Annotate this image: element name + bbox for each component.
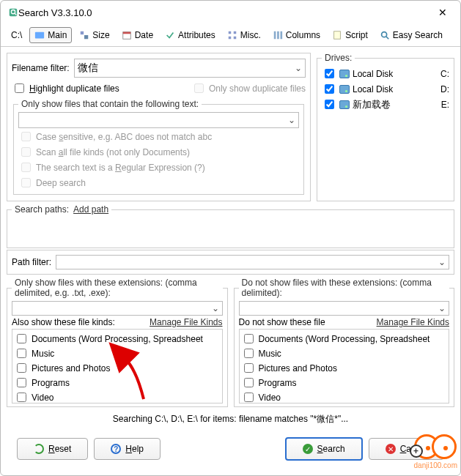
- close-button[interactable]: ✕: [432, 7, 453, 18]
- drive-item[interactable]: 新加载卷E:: [322, 97, 449, 112]
- search-paths-group: Search paths: Add path: [7, 204, 454, 248]
- path-filter-group: Path filter: ⌄: [7, 250, 454, 275]
- columns-icon: [273, 30, 283, 40]
- highlight-label[interactable]: Highlight duplicate files: [29, 83, 119, 94]
- paths-legend: Search paths: Add path: [12, 204, 111, 215]
- svg-line-17: [386, 37, 389, 40]
- regex-checkbox: [21, 163, 31, 172]
- list-item: Music: [14, 346, 221, 360]
- date-icon: [122, 30, 132, 40]
- tab-script[interactable]: Script: [328, 28, 372, 42]
- only-ext-input[interactable]: ⌄: [12, 301, 223, 316]
- disk-icon: [339, 100, 350, 109]
- tab-easy-search[interactable]: Easy Search: [375, 28, 447, 42]
- svg-rect-8: [229, 31, 232, 34]
- list-item: Documents (Word Processing, Spreadsheet: [14, 332, 221, 346]
- drives-group: Drives: Local DiskC: Local DiskD: 新加载卷E:: [317, 53, 454, 201]
- main-icon: [34, 30, 45, 40]
- add-path-link[interactable]: Add path: [73, 204, 108, 215]
- tab-attributes[interactable]: Attributes: [161, 28, 220, 42]
- svg-rect-4: [81, 31, 84, 34]
- svg-rect-15: [334, 31, 341, 40]
- path-filter-input[interactable]: ⌄: [56, 255, 449, 269]
- not-ext-legend: Do not show files with these extensions:…: [239, 278, 450, 298]
- drive-d-checkbox[interactable]: [325, 84, 334, 94]
- deep-search-checkbox: [21, 178, 31, 187]
- only-extensions-group: Only show files with these extensions: (…: [7, 278, 228, 407]
- script-icon: [332, 30, 342, 40]
- tab-bar: C:\ Main Size Date Attributes Misc. Colu…: [1, 24, 460, 47]
- disk-icon: [339, 85, 350, 94]
- tab-drive[interactable]: C:\: [7, 28, 26, 42]
- tab-columns[interactable]: Columns: [268, 28, 325, 42]
- drive-item[interactable]: Local DiskC:: [322, 66, 449, 81]
- tab-misc[interactable]: Misc.: [223, 28, 265, 42]
- tab-main[interactable]: Main: [29, 27, 72, 43]
- drive-c-checkbox[interactable]: [325, 69, 334, 78]
- manage-kinds-link[interactable]: Manage File Kinds: [377, 317, 449, 327]
- svg-rect-14: [280, 31, 282, 40]
- chevron-down-icon: ⌄: [295, 63, 302, 73]
- disk-icon: [339, 70, 350, 78]
- not-kinds-list[interactable]: Documents (Word Processing, Spreadsheet …: [239, 329, 450, 404]
- filename-label: Filename filter:: [12, 63, 70, 73]
- chevron-down-icon: ⌄: [288, 115, 295, 125]
- cancel-button[interactable]: ✕Cancel: [369, 438, 444, 460]
- svg-rect-3: [35, 32, 44, 39]
- svg-rect-13: [277, 31, 279, 40]
- svg-rect-5: [84, 35, 88, 39]
- filename-input[interactable]: 微信 ⌄: [74, 59, 306, 78]
- also-kinds-list[interactable]: Documents (Word Processing, Spreadsheet …: [12, 329, 223, 404]
- list-item: Pictures and Photos: [241, 361, 448, 375]
- search-button[interactable]: ✓Search: [285, 437, 363, 461]
- chevron-down-icon: ⌄: [438, 303, 446, 313]
- manage-kinds-link[interactable]: Manage File Kinds: [150, 317, 222, 327]
- drive-item[interactable]: Local DiskD:: [322, 81, 449, 97]
- list-item: Video: [14, 390, 221, 404]
- scan-all-checkbox: [21, 147, 31, 157]
- list-item: Video: [241, 390, 448, 404]
- help-button[interactable]: ?Help: [94, 438, 161, 460]
- only-ext-legend: Only show files with these extensions: (…: [12, 278, 223, 298]
- list-item: Music: [241, 346, 448, 360]
- path-filter-label: Path filter:: [12, 257, 51, 267]
- text-search-legend: Only show files that contain the followi…: [18, 99, 202, 109]
- close-icon: ✕: [386, 444, 396, 454]
- list-item: Pictures and Photos: [14, 361, 221, 375]
- not-ext-input[interactable]: ⌄: [239, 301, 450, 316]
- svg-rect-10: [229, 37, 232, 40]
- svg-rect-12: [274, 31, 276, 40]
- text-search-input[interactable]: ⌄: [18, 112, 299, 128]
- highlight-duplicate-checkbox[interactable]: [15, 83, 24, 93]
- case-sensitive-checkbox: [21, 132, 31, 141]
- svg-rect-9: [234, 31, 237, 34]
- filename-group: Filename filter: 微信 ⌄ Highlight duplicat…: [7, 53, 311, 201]
- list-item: Programs: [14, 376, 221, 390]
- tab-size[interactable]: Size: [75, 28, 114, 42]
- tab-date[interactable]: Date: [117, 28, 158, 42]
- only-dup-label: Only show duplicate files: [209, 83, 306, 94]
- reset-icon: [34, 444, 44, 454]
- drives-legend: Drives:: [322, 53, 355, 63]
- text-search-group: Only show files that contain the followi…: [13, 99, 304, 195]
- misc-icon: [227, 30, 237, 40]
- not-extensions-group: Do not show files with these extensions:…: [234, 278, 455, 407]
- also-kinds-label: Also show these file kinds:: [12, 317, 115, 327]
- app-icon: [8, 7, 18, 18]
- svg-point-16: [381, 32, 386, 37]
- only-duplicate-checkbox: [194, 83, 204, 93]
- size-icon: [79, 30, 89, 40]
- check-icon: ✓: [303, 444, 313, 454]
- easy-icon: [380, 30, 390, 40]
- svg-rect-7: [122, 32, 130, 34]
- window-title: Search V3.3.10.0: [18, 7, 432, 18]
- reset-button[interactable]: Reset: [17, 438, 88, 460]
- chevron-down-icon: ⌄: [438, 257, 446, 267]
- not-kinds-label: Do not show these file: [239, 317, 325, 327]
- list-item: Documents (Word Processing, Spreadsheet: [241, 332, 448, 346]
- help-icon: ?: [111, 444, 121, 454]
- svg-rect-11: [234, 37, 237, 40]
- drive-e-checkbox[interactable]: [325, 100, 334, 109]
- list-item: Programs: [241, 376, 448, 390]
- attr-icon: [165, 30, 175, 40]
